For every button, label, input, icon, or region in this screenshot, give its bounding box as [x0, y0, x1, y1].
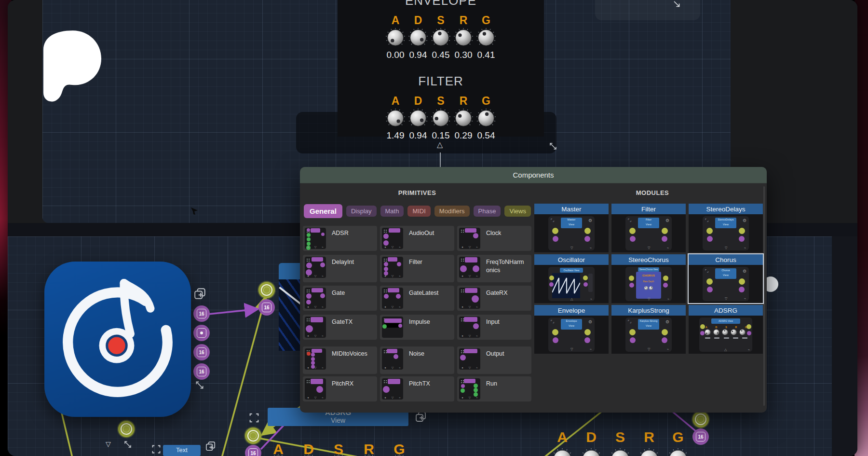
param-knob[interactable]	[408, 108, 428, 130]
knob[interactable]	[408, 108, 428, 128]
poly16-port[interactable]: 16	[692, 428, 709, 445]
knob[interactable]	[408, 28, 428, 48]
adsrg-knob-clipped[interactable]	[609, 448, 631, 456]
resize-diagonal-icon[interactable]	[549, 142, 557, 151]
module-item-karplusstrong[interactable]: KarplusStrong ⌜⌟ Karplus-StrongView ⚙ ▽ …	[611, 305, 686, 354]
grab-port[interactable]	[118, 421, 135, 437]
knob[interactable]	[713, 329, 720, 336]
primitive-item-gate[interactable]: ●▽⌁ Gate	[303, 286, 377, 311]
primitive-item-gaterx[interactable]: ●▽⌁ GateRX	[457, 286, 531, 311]
adsrg-knob-clipped[interactable]	[299, 454, 318, 456]
tab-general[interactable]: General	[304, 204, 342, 218]
knob[interactable]	[385, 28, 406, 48]
text-button[interactable]: Text	[163, 445, 201, 456]
adsrg-knob-clipped[interactable]	[667, 448, 689, 456]
module-item-master[interactable]: Master ⌜⌟ MasterView ⚙ ▽ ⌁	[534, 204, 609, 252]
knob[interactable]	[360, 454, 378, 456]
primitive-item-clock[interactable]: ●▽⌁ Clock	[457, 226, 531, 251]
knob[interactable]	[476, 108, 496, 128]
knob[interactable]	[269, 454, 287, 456]
poly16-port[interactable]: 16	[193, 363, 210, 380]
module-item-filter[interactable]: Filter ⌜⌟ FilterView ⚙ ▽ ⌁	[611, 204, 686, 252]
primitive-item-gatelatest[interactable]: ●▽⌁ GateLatest	[380, 286, 454, 311]
param-knob[interactable]	[431, 108, 451, 130]
knob[interactable]	[476, 28, 496, 48]
components-panel[interactable]: Components PRIMITIVES MODULES GeneralDis…	[300, 167, 767, 413]
poly16-port[interactable]: 16	[258, 299, 275, 316]
primitive-item-adsr[interactable]: ●▽⌁ ADSR	[303, 226, 377, 251]
knob[interactable]	[667, 448, 689, 456]
primitive-item-freqtonharmonics[interactable]: ●▽⌁ FreqToNHarmonics	[457, 255, 531, 282]
tab-midi[interactable]: MIDI	[407, 206, 430, 217]
knob[interactable]	[453, 108, 474, 128]
tab-phase[interactable]: Phase	[474, 206, 501, 217]
primitive-item-input[interactable]: ●▽⌁ Input	[457, 315, 531, 340]
knob[interactable]	[609, 448, 631, 456]
param-knob[interactable]	[453, 28, 474, 50]
primitive-item-miditovoices[interactable]: ●▽⌁ MIDItoVoices	[303, 346, 377, 374]
adsrg-knob-clipped[interactable]	[360, 454, 378, 456]
module-item-adsrg[interactable]: ADSRG ADSRG View ADSRG	[689, 305, 763, 354]
envelope-filter-node[interactable]: ENVELOPEA 0.00D 0.94S 0.45R	[338, 0, 544, 137]
module-item-chorus[interactable]: Chorus ⌜⌟ ChorusView ⚙ ▽ ⌁	[689, 254, 763, 303]
primitive-item-impulse[interactable]: Impulse	[380, 315, 454, 340]
knob[interactable]	[580, 448, 602, 456]
primitive-item-delayint[interactable]: ●▽⌁ DelayInt	[303, 255, 377, 282]
primitive-item-gatetx[interactable]: ●▽⌁ GateTX	[303, 315, 377, 340]
primitive-item-noise[interactable]: ●▽⌁ Noise	[380, 346, 454, 374]
tab-views[interactable]: Views	[504, 206, 530, 217]
primitive-item-pitchtx[interactable]: ●▽⌁ PitchTX	[380, 376, 454, 401]
knob[interactable]	[329, 454, 348, 456]
param-knob[interactable]	[453, 108, 474, 130]
primitive-item-filter[interactable]: ●▽⌁ Filter	[380, 255, 454, 282]
knob[interactable]	[431, 108, 451, 128]
adsrg-knob-clipped[interactable]	[269, 454, 287, 456]
knob[interactable]	[390, 454, 408, 456]
knob[interactable]	[551, 448, 573, 456]
param-knob[interactable]	[408, 28, 428, 50]
components-panel-titlebar[interactable]: Components	[300, 167, 767, 183]
oscillator-node-partial[interactable]	[279, 263, 301, 351]
knob[interactable]	[385, 108, 406, 128]
knob[interactable]	[299, 454, 318, 456]
module-item-stereodelays[interactable]: StereoDelays ⌜⌟ StereoDelaysView ⚙ ▽ ⌁	[689, 204, 763, 252]
resize-handle-icon[interactable]	[549, 142, 557, 152]
partial-node-top-right[interactable]	[595, 0, 700, 20]
grab-port[interactable]	[258, 282, 275, 298]
primitive-item-audioout[interactable]: ●▽⌁ AudioOut	[380, 226, 454, 251]
knob[interactable]	[431, 28, 451, 48]
param-knob[interactable]	[431, 28, 451, 50]
poly16-port[interactable]: 16	[193, 344, 210, 360]
module-item-stereochorus[interactable]: StereoChorus StereoChorus View CHORUS Ra…	[611, 254, 686, 303]
tab-modifiers[interactable]: Modifiers	[434, 206, 470, 217]
param-knob[interactable]	[476, 28, 496, 50]
grab-port[interactable]	[692, 411, 709, 428]
knob[interactable]	[649, 286, 653, 290]
primitive-item-output[interactable]: ●▽⌁ Output	[457, 346, 531, 374]
adsrg-knob-clipped[interactable]	[638, 448, 660, 456]
panel-scrollbar[interactable]	[763, 186, 765, 406]
poly16-port[interactable]	[193, 325, 210, 341]
knob[interactable]	[704, 329, 711, 336]
module-item-envelope[interactable]: Envelope ⌜⌟ EnvelopeView ⚙ ▽ ⌁	[534, 305, 609, 354]
param-knob[interactable]	[476, 108, 496, 130]
tab-math[interactable]: Math	[380, 206, 404, 217]
grab-port[interactable]	[245, 428, 261, 444]
primitive-item-run[interactable]: ●▽⌁ Run	[457, 376, 531, 401]
primitive-item-pitchrx[interactable]: ●▽⌁ PitchRX	[303, 376, 377, 401]
tab-display[interactable]: Display	[346, 206, 377, 217]
poly16-port[interactable]: 16	[193, 305, 210, 322]
knob[interactable]	[644, 286, 649, 290]
knob[interactable]	[453, 28, 474, 48]
knob[interactable]	[730, 329, 737, 336]
knob[interactable]	[721, 329, 729, 336]
param-knob[interactable]	[385, 28, 406, 50]
node-output-triangle-icon[interactable]: △	[437, 141, 443, 149]
adsrg-knob-clipped[interactable]	[390, 454, 408, 456]
adsrg-knob-clipped[interactable]	[551, 448, 573, 456]
param-knob[interactable]	[385, 108, 406, 130]
knob[interactable]	[739, 329, 746, 336]
module-item-oscillator[interactable]: Oscillator Oscillator View △ ⌁	[534, 254, 609, 303]
adsrg-knob-clipped[interactable]	[580, 448, 602, 456]
knob[interactable]	[638, 448, 660, 456]
